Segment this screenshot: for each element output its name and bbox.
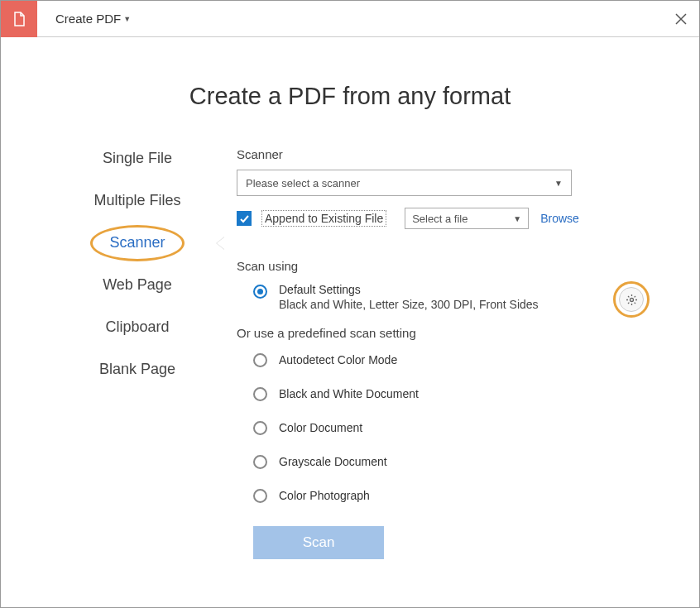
option-label: Grayscale Document: [279, 455, 387, 468]
sidebar-item-label: Single File: [103, 150, 172, 166]
pointer-icon: [216, 237, 224, 250]
main-panel: Scanner Please select a scanner ▼ Append…: [208, 143, 658, 559]
scan-using-label: Scan using: [237, 259, 658, 273]
option-label: Black and White Document: [279, 387, 419, 400]
close-button[interactable]: [663, 1, 699, 37]
sidebar-item-label: Clipboard: [105, 318, 169, 335]
option-color-document: Color Document: [237, 419, 658, 435]
sidebar-item-single-file[interactable]: Single File: [67, 150, 208, 167]
settings-button[interactable]: [613, 281, 650, 318]
append-label: Append to Existing File: [261, 210, 386, 227]
header-title-text: Create PDF: [55, 12, 121, 26]
content-area: Create a PDF from any format Single File…: [1, 37, 699, 607]
file-select[interactable]: Select a file ▼: [405, 208, 529, 229]
svg-point-0: [630, 298, 633, 301]
chevron-down-icon: ▼: [513, 214, 521, 223]
header-title[interactable]: Create PDF ▼: [37, 12, 131, 26]
sidebar-item-scanner[interactable]: Scanner: [67, 234, 208, 251]
sidebar-item-label: Multiple Files: [93, 192, 180, 208]
option-label: Autodetect Color Mode: [279, 353, 397, 366]
highlight-circle: [90, 225, 185, 261]
sidebar-item-multiple-files[interactable]: Multiple Files: [67, 192, 208, 209]
predefined-label: Or use a predefined scan setting: [237, 326, 658, 340]
default-settings-row: Default Settings Black and White, Letter…: [237, 283, 658, 311]
option-bw-document: Black and White Document: [237, 385, 658, 401]
radio-bw-document[interactable]: [253, 387, 267, 401]
sidebar-item-clipboard[interactable]: Clipboard: [67, 318, 208, 336]
radio-text: Default Settings Black and White, Letter…: [279, 283, 539, 311]
radio-default-settings[interactable]: [253, 285, 267, 299]
dropdown-caret-icon: ▼: [123, 15, 131, 23]
sidebar-item-label: Blank Page: [99, 361, 175, 377]
default-settings-sub: Black and White, Letter Size, 300 DPI, F…: [279, 298, 539, 311]
option-grayscale-document: Grayscale Document: [237, 453, 658, 469]
append-row: Append to Existing File Select a file ▼ …: [237, 208, 658, 229]
scan-button-wrap: Scan: [253, 526, 658, 559]
radio-color-photograph[interactable]: [253, 489, 267, 503]
radio-grayscale-document[interactable]: [253, 455, 267, 469]
scanner-section-label: Scanner: [237, 147, 658, 161]
append-checkbox[interactable]: [237, 211, 252, 226]
layout: Single File Multiple Files Scanner Web P…: [1, 143, 699, 559]
scanner-select-text: Please select a scanner: [246, 177, 360, 189]
sidebar-item-blank-page[interactable]: Blank Page: [67, 361, 208, 378]
default-settings-label: Default Settings: [279, 283, 539, 296]
radio-color-document[interactable]: [253, 421, 267, 435]
scanner-select[interactable]: Please select a scanner ▼: [237, 170, 572, 196]
sidebar: Single File Multiple Files Scanner Web P…: [67, 143, 208, 559]
radio-autodetect[interactable]: [253, 353, 267, 367]
gear-icon: [619, 287, 644, 312]
sidebar-item-label: Web Page: [103, 276, 172, 293]
option-autodetect: Autodetect Color Mode: [237, 352, 658, 367]
browse-link[interactable]: Browse: [540, 212, 579, 225]
option-label: Color Photograph: [279, 489, 370, 502]
page-title: Create a PDF from any format: [1, 83, 699, 110]
sidebar-item-web-page[interactable]: Web Page: [67, 276, 208, 294]
file-select-text: Select a file: [412, 213, 467, 225]
chevron-down-icon: ▼: [554, 179, 563, 188]
scan-button[interactable]: Scan: [253, 526, 384, 559]
header: Create PDF ▼: [1, 1, 699, 37]
option-color-photograph: Color Photograph: [237, 487, 658, 503]
option-label: Color Document: [279, 421, 362, 434]
pdf-icon: [1, 1, 37, 37]
